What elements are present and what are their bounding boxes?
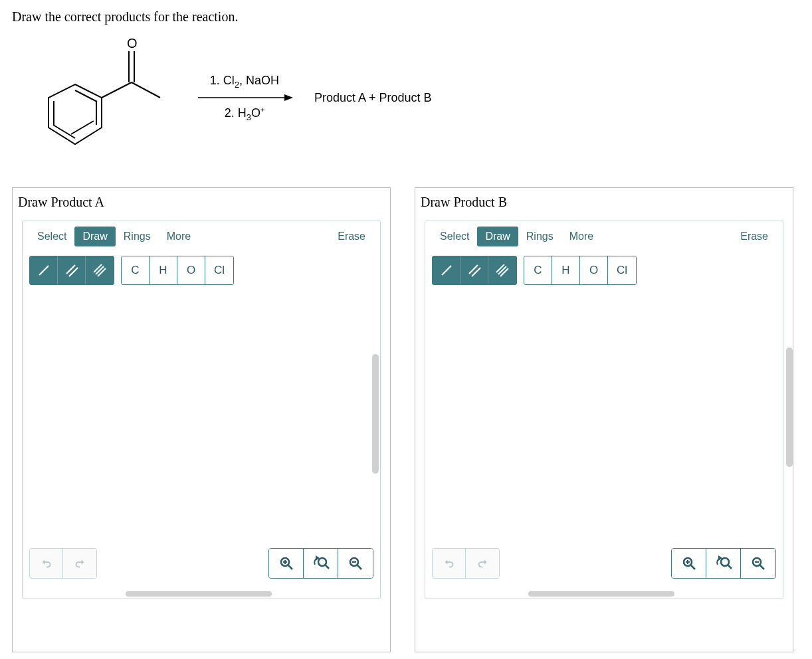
zoom-group (671, 548, 776, 579)
svg-line-39 (500, 268, 508, 276)
redo-icon (72, 556, 87, 571)
triple-bond-button[interactable] (86, 256, 114, 284)
svg-line-10 (53, 125, 75, 138)
zoom-in-icon (681, 555, 697, 571)
double-bond-button[interactable] (58, 256, 86, 284)
svg-point-28 (318, 558, 326, 566)
redo-button[interactable] (466, 549, 499, 578)
svg-line-11 (102, 82, 132, 98)
select-mode-button[interactable]: Select (432, 227, 477, 246)
double-bond-icon (64, 262, 80, 278)
zoom-out-icon (750, 555, 766, 571)
drawing-canvas[interactable] (23, 292, 380, 599)
editor-a: Select Draw Rings More Erase (22, 221, 381, 599)
undo-icon (39, 556, 54, 571)
reaction-arrow-icon (195, 91, 294, 104)
svg-line-37 (496, 264, 504, 272)
reagent-step1: 1. Cl2, NaOH (210, 74, 279, 90)
single-bond-icon (36, 262, 52, 278)
element-buttons-group: C H O Cl (121, 256, 234, 285)
erase-button[interactable]: Erase (732, 227, 776, 246)
drawing-canvas[interactable] (425, 292, 783, 599)
svg-line-14 (132, 82, 160, 98)
element-cl-button[interactable]: Cl (205, 256, 233, 284)
question-text: Draw the correct products for the reacti… (12, 9, 800, 25)
svg-line-21 (94, 264, 102, 272)
svg-line-9 (75, 90, 97, 102)
svg-line-34 (442, 266, 451, 275)
zoom-reset-button[interactable] (706, 549, 741, 578)
element-h-button[interactable]: H (552, 256, 580, 284)
zoom-reset-button[interactable] (304, 549, 338, 578)
draw-mode-button[interactable]: Draw (477, 227, 518, 246)
draw-panel-b: Draw Product B Select Draw Rings More Er… (415, 187, 793, 652)
svg-line-32 (357, 565, 361, 569)
bond-element-toolbar: C H O Cl (23, 249, 380, 292)
reactant-structure: O (35, 35, 175, 161)
zoom-group (268, 548, 373, 579)
zoom-in-button[interactable] (269, 549, 304, 578)
element-h-button[interactable]: H (150, 256, 177, 284)
zoom-in-button[interactable] (672, 549, 706, 578)
panel-a-title: Draw Product A (13, 188, 390, 221)
svg-line-41 (691, 565, 695, 569)
more-mode-button[interactable]: More (561, 227, 601, 246)
svg-line-22 (96, 266, 104, 274)
element-cl-button[interactable]: Cl (608, 256, 636, 284)
element-o-button[interactable]: O (177, 256, 205, 284)
mode-toolbar: Select Draw Rings More Erase (23, 221, 380, 249)
zoom-out-icon (348, 555, 363, 571)
element-buttons-group: C H O Cl (524, 256, 637, 285)
products-label: Product A + Product B (314, 91, 432, 105)
rings-mode-button[interactable]: Rings (116, 227, 159, 246)
horizontal-scrollbar[interactable] (126, 591, 272, 597)
more-mode-button[interactable]: More (159, 227, 199, 246)
vertical-scrollbar[interactable] (786, 347, 793, 467)
horizontal-scrollbar[interactable] (528, 591, 674, 597)
draw-panel-a: Draw Product A Select Draw Rings More Er… (12, 187, 391, 652)
mode-toolbar: Select Draw Rings More Erase (425, 221, 783, 249)
single-bond-button[interactable] (433, 256, 460, 284)
draw-mode-button[interactable]: Draw (74, 227, 115, 246)
editor-b: Select Draw Rings More Erase (425, 221, 783, 599)
reaction-reagents: 1. Cl2, NaOH 2. H3O+ (195, 74, 294, 122)
svg-line-38 (498, 266, 506, 274)
redo-button[interactable] (63, 549, 96, 578)
double-bond-icon (466, 262, 482, 278)
svg-line-45 (728, 565, 732, 569)
svg-line-18 (39, 266, 49, 275)
single-bond-button[interactable] (30, 256, 58, 284)
reaction-scheme: O 1. Cl2, NaOH 2. H3O+ Product A + Produ… (35, 35, 800, 161)
panel-b-title: Draw Product B (415, 188, 793, 221)
svg-line-48 (760, 565, 764, 569)
double-bond-button[interactable] (460, 256, 488, 284)
svg-marker-17 (284, 94, 293, 101)
select-mode-button[interactable]: Select (29, 227, 74, 246)
element-c-button[interactable]: C (524, 256, 552, 284)
zoom-out-button[interactable] (338, 549, 373, 578)
reagent-step2: 2. H3O+ (225, 106, 265, 122)
zoom-in-icon (278, 555, 294, 571)
element-c-button[interactable]: C (122, 256, 150, 284)
svg-line-23 (98, 268, 106, 276)
redo-icon (475, 556, 490, 571)
element-o-button[interactable]: O (580, 256, 608, 284)
zoom-reset-icon (715, 555, 732, 571)
zoom-reset-icon (312, 555, 330, 571)
svg-point-44 (721, 558, 729, 566)
vertical-scrollbar[interactable] (372, 354, 379, 474)
erase-button[interactable]: Erase (330, 227, 373, 246)
svg-line-25 (288, 565, 292, 569)
undo-button[interactable] (30, 549, 63, 578)
undo-redo-group (29, 548, 97, 579)
svg-line-3 (71, 121, 94, 134)
zoom-out-button[interactable] (741, 549, 775, 578)
single-bond-icon (439, 262, 455, 278)
undo-button[interactable] (433, 549, 466, 578)
triple-bond-button[interactable] (488, 256, 516, 284)
triple-bond-icon (92, 262, 108, 278)
svg-line-29 (326, 565, 329, 569)
rings-mode-button[interactable]: Rings (518, 227, 561, 246)
undo-icon (442, 556, 457, 571)
bond-buttons-group (432, 256, 517, 285)
